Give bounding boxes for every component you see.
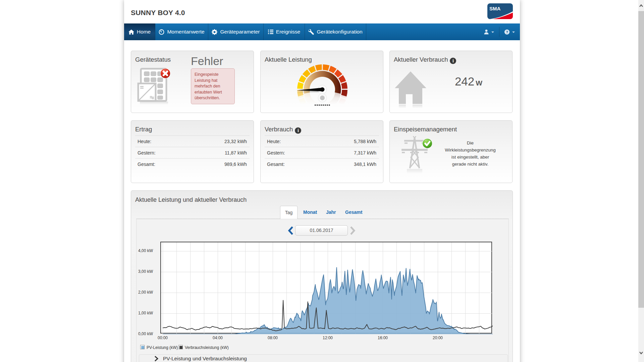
svg-text:?: ?: [506, 30, 508, 34]
svg-text:SMA: SMA: [489, 6, 501, 11]
